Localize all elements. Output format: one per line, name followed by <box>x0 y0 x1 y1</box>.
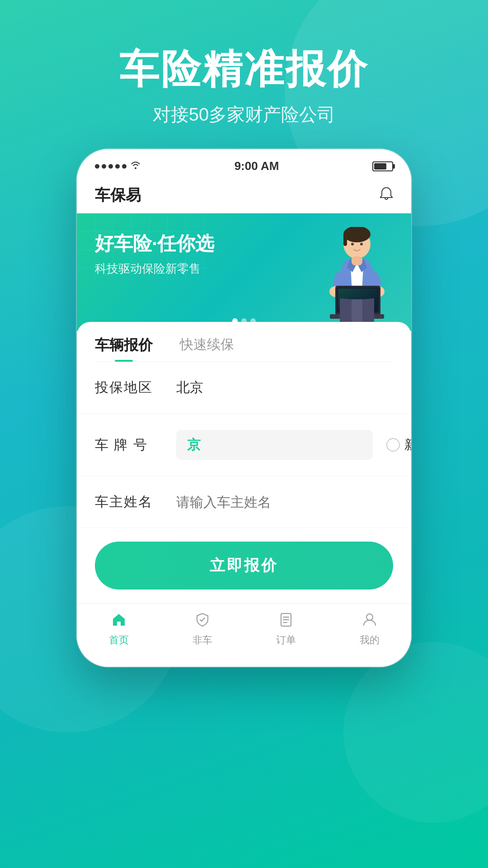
signal-dot-4 <box>115 164 120 169</box>
bottom-navigation: 首页 非车 <box>77 603 411 658</box>
signal-dot-3 <box>108 164 113 169</box>
plate-input-wrapper: 新车 <box>176 430 411 460</box>
status-bar: 9:00 AM <box>77 149 411 180</box>
plate-label: 车 牌 号 <box>95 436 176 454</box>
hero-subtitle: 对接50多家财产险公司 <box>0 102 488 127</box>
status-left <box>95 161 141 171</box>
nav-item-order[interactable]: 订单 <box>276 613 296 647</box>
tab-quick-renew[interactable]: 快速续保 <box>180 335 234 362</box>
battery-fill <box>374 163 386 170</box>
region-label: 投保地区 <box>95 378 176 397</box>
phone-mockup: 9:00 AM 车保易 <box>77 149 411 667</box>
phone-frame: 9:00 AM 车保易 <box>77 149 411 667</box>
promo-banner: 好车险·任你选 科技驱动保险新零售 <box>77 213 411 331</box>
signal-dot-2 <box>102 164 106 169</box>
owner-name-input[interactable] <box>176 495 393 510</box>
plate-number-input[interactable] <box>176 430 373 460</box>
quote-button-wrapper: 立即报价 <box>77 528 411 603</box>
banner-subtitle: 科技驱动保险新零售 <box>95 261 393 277</box>
region-field: 投保地区 北京 <box>77 362 411 414</box>
home-label: 首页 <box>109 633 129 647</box>
home-icon <box>112 613 126 631</box>
signal-dots <box>95 164 127 169</box>
nav-item-shield[interactable]: 非车 <box>192 613 212 647</box>
signal-dot-5 <box>122 164 127 169</box>
notification-icon[interactable] <box>380 187 393 204</box>
signal-dot-1 <box>95 164 99 169</box>
owner-label: 车主姓名 <box>95 493 176 511</box>
tab-bar: 车辆报价 快速续保 <box>77 322 411 362</box>
status-time: 9:00 AM <box>235 159 279 173</box>
new-car-radio[interactable] <box>386 438 400 452</box>
form-card: 车辆报价 快速续保 投保地区 北京 车 牌 号 新车 <box>77 322 411 667</box>
new-car-option[interactable]: 新车 <box>386 436 411 453</box>
profile-icon <box>362 613 377 631</box>
new-car-text: 新车 <box>404 436 411 453</box>
region-value[interactable]: 北京 <box>176 378 393 397</box>
nav-item-home[interactable]: 首页 <box>109 613 129 647</box>
shield-icon <box>196 613 209 631</box>
quote-button[interactable]: 立即报价 <box>95 542 393 590</box>
plate-field: 车 牌 号 新车 <box>77 414 411 476</box>
hero-title: 车险精准报价 <box>0 45 488 93</box>
app-title: 车保易 <box>95 185 141 206</box>
hero-section: 车险精准报价 对接50多家财产险公司 <box>0 45 488 127</box>
banner-text: 好车险·任你选 科技驱动保险新零售 <box>95 231 393 277</box>
banner-title: 好车险·任你选 <box>95 231 393 256</box>
svg-point-19 <box>366 614 373 620</box>
bg-decoration-3 <box>343 642 488 823</box>
tab-vehicle-quote[interactable]: 车辆报价 <box>95 335 153 362</box>
app-navbar: 车保易 <box>77 180 411 213</box>
wifi-icon <box>130 161 141 171</box>
profile-label: 我的 <box>360 633 380 647</box>
order-icon <box>280 613 292 631</box>
order-label: 订单 <box>276 633 296 647</box>
battery-icon <box>372 161 393 171</box>
nav-item-profile[interactable]: 我的 <box>360 613 380 647</box>
owner-field: 车主姓名 <box>77 476 411 528</box>
shield-label: 非车 <box>192 633 212 647</box>
